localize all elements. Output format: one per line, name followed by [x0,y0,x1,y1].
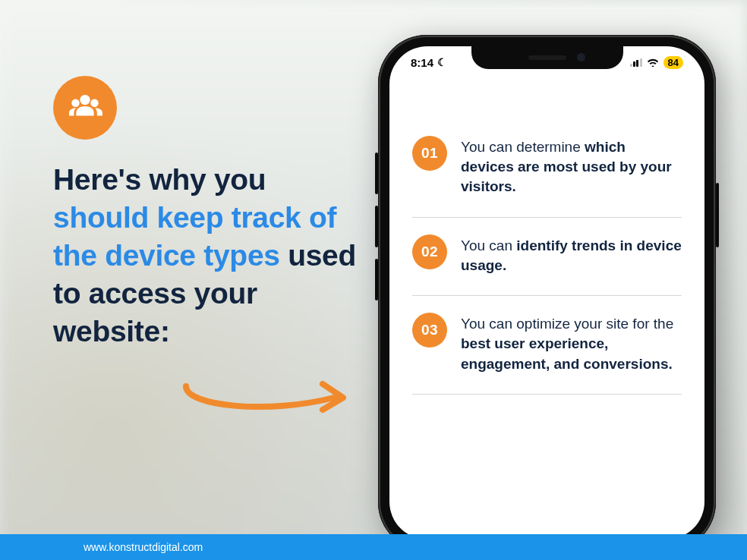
footer-url: www.konstructdigital.com [84,541,203,553]
left-column: Here's why you should keep track of the … [0,0,357,534]
item-number-badge: 03 [412,313,447,348]
wifi-icon [647,56,659,69]
item-text: You can identify trends in device usage. [461,234,682,275]
item-number-badge: 01 [412,136,447,171]
headline-part1: Here's why you [53,163,266,196]
status-left: 8:14 ☾ [411,56,447,69]
users-icon-svg [66,89,104,127]
item-bold: best user experience, engagement, and co… [461,335,673,371]
item-text: You can optimize your site for the best … [461,313,682,374]
list-item: 02 You can identify trends in device usa… [412,218,682,295]
item-text: You can determine which devices are most… [461,136,682,197]
phone-notch [471,46,623,69]
item-pre: You can determine [461,139,585,155]
item-pre: You can optimize your site for the [461,316,673,332]
main-container: Here's why you should keep track of the … [0,0,747,534]
phone-mockup: 8:14 ☾ 84 01 [378,35,716,551]
dnd-moon-icon: ☾ [437,56,447,68]
reasons-list: 01 You can determine which devices are m… [389,78,704,395]
svg-point-1 [71,99,79,107]
list-item: 01 You can determine which devices are m… [412,119,682,217]
list-item: 03 You can optimize your site for the be… [412,296,682,394]
headline: Here's why you should keep track of the … [53,161,357,351]
status-right: 84 [630,56,683,69]
users-icon [53,76,117,140]
battery-badge: 84 [663,56,683,69]
svg-point-2 [90,99,98,107]
divider [412,394,682,395]
svg-point-0 [80,95,90,105]
item-pre: You can [461,238,516,253]
status-time: 8:14 [411,56,433,69]
footer-bar: www.konstructdigital.com [0,534,747,560]
right-column: 8:14 ☾ 84 01 [357,0,747,534]
arrow-icon [182,375,357,420]
item-number-badge: 02 [412,234,447,269]
cellular-icon [630,58,642,67]
phone-screen: 8:14 ☾ 84 01 [389,46,704,540]
